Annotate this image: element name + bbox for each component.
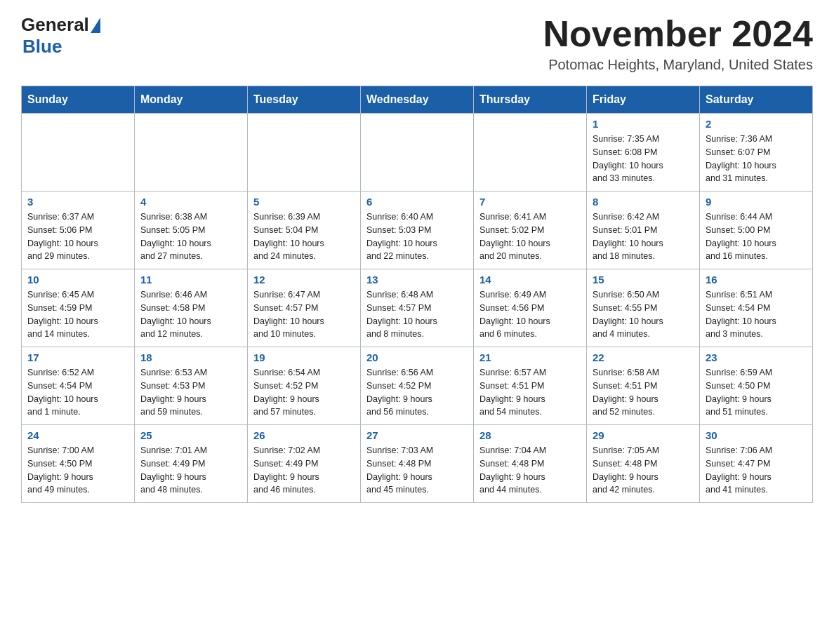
day-info: Sunrise: 6:46 AM Sunset: 4:58 PM Dayligh…: [140, 288, 241, 341]
logo-blue-text: Blue: [22, 36, 62, 57]
calendar-day-cell: 30Sunrise: 7:06 AM Sunset: 4:47 PM Dayli…: [700, 425, 813, 503]
day-info: Sunrise: 7:05 AM Sunset: 4:48 PM Dayligh…: [593, 444, 694, 497]
calendar-day-cell: 8Sunrise: 6:42 AM Sunset: 5:01 PM Daylig…: [587, 192, 700, 269]
page-header: General Blue November 2024 Potomac Heigh…: [21, 14, 813, 73]
logo: General Blue: [21, 14, 100, 58]
calendar-day-cell: 22Sunrise: 6:58 AM Sunset: 4:51 PM Dayli…: [587, 347, 700, 425]
day-info: Sunrise: 6:47 AM Sunset: 4:57 PM Dayligh…: [253, 288, 355, 341]
calendar-day-cell: 12Sunrise: 6:47 AM Sunset: 4:57 PM Dayli…: [248, 269, 361, 347]
calendar-day-cell: 15Sunrise: 6:50 AM Sunset: 4:55 PM Dayli…: [587, 269, 700, 347]
day-number: 28: [479, 429, 581, 441]
calendar-day-cell: 6Sunrise: 6:40 AM Sunset: 5:03 PM Daylig…: [361, 192, 474, 269]
day-number: 15: [593, 274, 694, 286]
calendar-table: SundayMondayTuesdayWednesdayThursdayFrid…: [21, 86, 813, 503]
calendar-day-cell: [135, 114, 248, 192]
day-number: 4: [140, 196, 241, 208]
calendar-day-cell: 27Sunrise: 7:03 AM Sunset: 4:48 PM Dayli…: [361, 425, 474, 503]
calendar-day-cell: 4Sunrise: 6:38 AM Sunset: 5:05 PM Daylig…: [135, 192, 248, 269]
calendar-day-cell: 2Sunrise: 7:36 AM Sunset: 6:07 PM Daylig…: [700, 114, 813, 192]
day-number: 17: [27, 351, 128, 363]
day-info: Sunrise: 6:38 AM Sunset: 5:05 PM Dayligh…: [140, 210, 241, 263]
calendar-week-row: 1Sunrise: 7:35 AM Sunset: 6:08 PM Daylig…: [22, 114, 813, 192]
calendar-day-cell: [22, 114, 135, 192]
calendar-day-cell: [474, 114, 587, 192]
day-number: 12: [253, 274, 355, 286]
calendar-week-row: 17Sunrise: 6:52 AM Sunset: 4:54 PM Dayli…: [22, 347, 813, 425]
day-info: Sunrise: 6:37 AM Sunset: 5:06 PM Dayligh…: [27, 210, 128, 263]
day-info: Sunrise: 6:51 AM Sunset: 4:54 PM Dayligh…: [706, 288, 807, 341]
calendar-day-cell: 7Sunrise: 6:41 AM Sunset: 5:02 PM Daylig…: [474, 192, 587, 269]
day-info: Sunrise: 7:36 AM Sunset: 6:07 PM Dayligh…: [706, 133, 807, 185]
day-number: 14: [479, 274, 581, 286]
day-info: Sunrise: 7:00 AM Sunset: 4:50 PM Dayligh…: [27, 444, 128, 497]
calendar-day-cell: 14Sunrise: 6:49 AM Sunset: 4:56 PM Dayli…: [474, 269, 587, 347]
day-info: Sunrise: 6:44 AM Sunset: 5:00 PM Dayligh…: [706, 210, 807, 263]
month-title: November 2024: [543, 14, 813, 54]
day-info: Sunrise: 6:45 AM Sunset: 4:59 PM Dayligh…: [27, 288, 128, 341]
day-number: 13: [366, 274, 468, 286]
calendar-day-cell: 18Sunrise: 6:53 AM Sunset: 4:53 PM Dayli…: [135, 347, 248, 425]
day-info: Sunrise: 6:52 AM Sunset: 4:54 PM Dayligh…: [27, 366, 128, 419]
day-number: 7: [479, 196, 581, 208]
day-info: Sunrise: 7:04 AM Sunset: 4:48 PM Dayligh…: [479, 444, 581, 497]
calendar-day-cell: 5Sunrise: 6:39 AM Sunset: 5:04 PM Daylig…: [248, 192, 361, 269]
day-number: 3: [27, 196, 128, 208]
calendar-day-cell: 20Sunrise: 6:56 AM Sunset: 4:52 PM Dayli…: [361, 347, 474, 425]
calendar-day-cell: 16Sunrise: 6:51 AM Sunset: 4:54 PM Dayli…: [700, 269, 813, 347]
calendar-day-cell: 13Sunrise: 6:48 AM Sunset: 4:57 PM Dayli…: [361, 269, 474, 347]
day-number: 6: [366, 196, 468, 208]
day-number: 25: [140, 429, 241, 441]
day-number: 2: [706, 118, 807, 130]
calendar-day-header: Thursday: [474, 86, 587, 114]
day-number: 26: [253, 429, 355, 441]
day-number: 8: [593, 196, 694, 208]
day-number: 1: [593, 118, 694, 130]
calendar-day-cell: 23Sunrise: 6:59 AM Sunset: 4:50 PM Dayli…: [700, 347, 813, 425]
day-number: 20: [366, 351, 468, 363]
day-number: 23: [706, 351, 807, 363]
calendar-day-cell: 11Sunrise: 6:46 AM Sunset: 4:58 PM Dayli…: [135, 269, 248, 347]
calendar-day-cell: 24Sunrise: 7:00 AM Sunset: 4:50 PM Dayli…: [22, 425, 135, 503]
day-number: 21: [479, 351, 581, 363]
calendar-week-row: 10Sunrise: 6:45 AM Sunset: 4:59 PM Dayli…: [22, 269, 813, 347]
calendar-day-cell: [361, 114, 474, 192]
day-number: 30: [706, 429, 807, 441]
day-number: 10: [27, 274, 128, 286]
day-info: Sunrise: 6:40 AM Sunset: 5:03 PM Dayligh…: [366, 210, 468, 263]
day-info: Sunrise: 6:53 AM Sunset: 4:53 PM Dayligh…: [140, 366, 241, 419]
day-info: Sunrise: 7:03 AM Sunset: 4:48 PM Dayligh…: [366, 444, 468, 497]
day-info: Sunrise: 6:58 AM Sunset: 4:51 PM Dayligh…: [593, 366, 694, 419]
calendar-day-cell: 17Sunrise: 6:52 AM Sunset: 4:54 PM Dayli…: [22, 347, 135, 425]
day-info: Sunrise: 7:02 AM Sunset: 4:49 PM Dayligh…: [253, 444, 355, 497]
day-number: 11: [140, 274, 241, 286]
calendar-week-row: 24Sunrise: 7:00 AM Sunset: 4:50 PM Dayli…: [22, 425, 813, 503]
calendar-day-cell: 10Sunrise: 6:45 AM Sunset: 4:59 PM Dayli…: [22, 269, 135, 347]
calendar-day-header: Monday: [135, 86, 248, 114]
calendar-day-header: Friday: [587, 86, 700, 114]
day-info: Sunrise: 6:41 AM Sunset: 5:02 PM Dayligh…: [479, 210, 581, 263]
logo-arrow-icon: [91, 18, 100, 33]
day-info: Sunrise: 6:49 AM Sunset: 4:56 PM Dayligh…: [479, 288, 581, 341]
day-info: Sunrise: 7:35 AM Sunset: 6:08 PM Dayligh…: [593, 133, 694, 185]
location-title: Potomac Heights, Maryland, United States: [543, 57, 813, 73]
calendar-day-cell: 1Sunrise: 7:35 AM Sunset: 6:08 PM Daylig…: [587, 114, 700, 192]
day-info: Sunrise: 6:42 AM Sunset: 5:01 PM Dayligh…: [593, 210, 694, 263]
day-info: Sunrise: 6:54 AM Sunset: 4:52 PM Dayligh…: [253, 366, 355, 419]
calendar-day-cell: 25Sunrise: 7:01 AM Sunset: 4:49 PM Dayli…: [135, 425, 248, 503]
day-info: Sunrise: 7:06 AM Sunset: 4:47 PM Dayligh…: [706, 444, 807, 497]
day-info: Sunrise: 6:50 AM Sunset: 4:55 PM Dayligh…: [593, 288, 694, 341]
day-info: Sunrise: 7:01 AM Sunset: 4:49 PM Dayligh…: [140, 444, 241, 497]
calendar-day-header: Tuesday: [248, 86, 361, 114]
calendar-day-cell: 21Sunrise: 6:57 AM Sunset: 4:51 PM Dayli…: [474, 347, 587, 425]
day-info: Sunrise: 6:56 AM Sunset: 4:52 PM Dayligh…: [366, 366, 468, 419]
calendar-header-row: SundayMondayTuesdayWednesdayThursdayFrid…: [22, 86, 813, 114]
calendar-day-cell: 9Sunrise: 6:44 AM Sunset: 5:00 PM Daylig…: [700, 192, 813, 269]
calendar-day-cell: [248, 114, 361, 192]
title-block: November 2024 Potomac Heights, Maryland,…: [543, 14, 813, 73]
day-number: 22: [593, 351, 694, 363]
calendar-day-header: Wednesday: [361, 86, 474, 114]
calendar-day-header: Sunday: [22, 86, 135, 114]
calendar-week-row: 3Sunrise: 6:37 AM Sunset: 5:06 PM Daylig…: [22, 192, 813, 269]
calendar-day-cell: 26Sunrise: 7:02 AM Sunset: 4:49 PM Dayli…: [248, 425, 361, 503]
logo-general-text: General: [21, 14, 89, 36]
